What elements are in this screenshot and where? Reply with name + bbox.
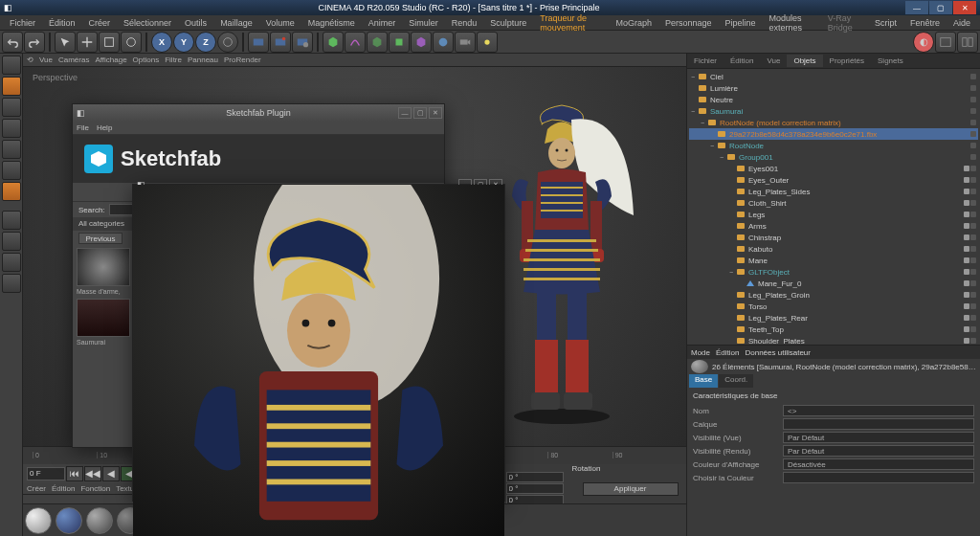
- tree-row[interactable]: −GLTFObject: [689, 266, 978, 278]
- panel-tab[interactable]: Objets: [787, 55, 822, 67]
- tree-row[interactable]: Eyes_Outer: [689, 174, 978, 186]
- material-preview[interactable]: [56, 507, 82, 534]
- point-mode-tool[interactable]: [2, 140, 21, 159]
- menu-item[interactable]: V-Ray Bridge: [822, 11, 867, 34]
- texture-mode-tool[interactable]: [2, 98, 21, 117]
- dialog-close-button[interactable]: ✕: [429, 107, 442, 119]
- panel-tab[interactable]: Édition: [724, 55, 760, 67]
- attribute-manager-menubar[interactable]: ModeÉditionDonnées utilisateur: [687, 346, 980, 359]
- spline-pen-button[interactable]: [345, 32, 366, 53]
- maximize-button[interactable]: ▢: [929, 1, 952, 14]
- tree-row[interactable]: Arms: [689, 220, 978, 232]
- menu-item[interactable]: Traqueur de mouvement: [534, 11, 608, 34]
- tree-row[interactable]: Shoulder_Plates: [689, 335, 978, 345]
- menu-item[interactable]: Animer: [363, 16, 402, 30]
- apply-button[interactable]: Appliquer: [583, 482, 679, 496]
- submenu-item[interactable]: Vue: [39, 56, 53, 64]
- attrib-tab[interactable]: Base: [689, 374, 718, 388]
- menu-item[interactable]: Sculpture: [484, 16, 532, 30]
- attrib-menu-item[interactable]: Données utilisateur: [745, 348, 810, 357]
- tree-row[interactable]: −Saumurai: [689, 105, 978, 117]
- viewport-menubar[interactable]: ⟲VueCamérasAffichageOptionsFiltrePanneau…: [23, 54, 686, 67]
- tree-row[interactable]: −Group001: [689, 151, 978, 163]
- minimize-button[interactable]: —: [905, 1, 928, 14]
- menu-item[interactable]: Simuler: [403, 16, 444, 30]
- tree-row[interactable]: Neutre: [689, 94, 978, 105]
- tree-row[interactable]: Leg_Plates_Sides: [689, 186, 978, 197]
- tree-row[interactable]: Mane_Fur_0: [689, 278, 978, 289]
- redo-button[interactable]: [24, 32, 45, 53]
- prev-key-button[interactable]: ◀◀: [84, 466, 101, 481]
- tree-row[interactable]: Legs: [689, 209, 978, 220]
- menu-item[interactable]: Outils: [179, 16, 212, 30]
- dialog-menubar[interactable]: FileHelp: [73, 122, 444, 135]
- result-thumbnail[interactable]: Saumurai: [77, 299, 134, 346]
- attrib-field[interactable]: <>: [783, 405, 974, 416]
- submenu-item[interactable]: Panneau: [188, 56, 218, 64]
- menu-item[interactable]: Sélectionner: [118, 16, 177, 30]
- layout-picker[interactable]: [957, 32, 978, 53]
- attrib-field[interactable]: Par Défaut: [783, 445, 974, 457]
- attribute-tabs[interactable]: BaseCoord.: [687, 374, 980, 388]
- axis-x-toggle[interactable]: X: [151, 32, 172, 53]
- viewport-solo-tool[interactable]: [2, 232, 21, 251]
- tree-row[interactable]: Lumière: [689, 82, 978, 94]
- object-tree[interactable]: −CielLumièreNeutre−Saumurai−RootNode (mo…: [687, 69, 980, 345]
- result-thumbnail[interactable]: Masse d'arme,: [77, 248, 134, 295]
- tree-row[interactable]: Eyes001: [689, 163, 978, 174]
- tree-row[interactable]: Mane: [689, 255, 978, 266]
- deformer-button[interactable]: [411, 32, 432, 53]
- frame-start-field[interactable]: [27, 467, 65, 480]
- edge-mode-tool[interactable]: [2, 161, 21, 180]
- menu-item[interactable]: Modules externes: [764, 11, 820, 34]
- make-editable-tool[interactable]: [2, 56, 21, 75]
- attrib-tab[interactable]: Coord.: [719, 374, 753, 388]
- wp-lock-tool[interactable]: [2, 274, 21, 293]
- tree-row[interactable]: −RootNode: [689, 140, 978, 151]
- layout-startup[interactable]: [935, 32, 956, 53]
- generator-subdiv-button[interactable]: [367, 32, 388, 53]
- move-tool[interactable]: [77, 32, 98, 53]
- menu-item[interactable]: Volume: [260, 16, 301, 30]
- menu-item[interactable]: Personnage: [659, 16, 718, 30]
- menu-item[interactable]: Édition: [43, 16, 81, 30]
- menu-item[interactable]: MoGraph: [610, 16, 657, 30]
- tree-row[interactable]: Kabuto: [689, 243, 978, 255]
- menu-item[interactable]: Pipeline: [720, 16, 762, 30]
- tree-row[interactable]: Cloth_Shirt: [689, 197, 978, 209]
- submenu-item[interactable]: Édition: [52, 484, 75, 493]
- attrib-field[interactable]: Par Défaut: [783, 432, 974, 443]
- camera-button[interactable]: [455, 32, 476, 53]
- dialog-maximize-button[interactable]: ▢: [413, 107, 427, 119]
- submenu-item[interactable]: ProRender: [224, 56, 261, 64]
- select-tool[interactable]: [55, 32, 76, 53]
- model-mode-tool[interactable]: [2, 77, 21, 96]
- panel-tab[interactable]: Fichier: [687, 55, 724, 67]
- coord-h-input[interactable]: [506, 472, 564, 482]
- dialog-minimize-button[interactable]: —: [398, 107, 412, 119]
- menu-item[interactable]: Maillage: [214, 16, 258, 30]
- attrib-field[interactable]: [783, 472, 974, 483]
- panel-tab[interactable]: Vue: [760, 55, 787, 67]
- light-create-button[interactable]: [477, 32, 498, 53]
- scale-tool[interactable]: [99, 32, 120, 53]
- close-button[interactable]: ✕: [953, 1, 976, 14]
- render-pv-button[interactable]: [270, 32, 291, 53]
- coord-p-input[interactable]: [506, 483, 564, 494]
- tree-row[interactable]: Leg_Plates_Rear: [689, 312, 978, 324]
- snap-tool[interactable]: [2, 253, 21, 272]
- attrib-menu-item[interactable]: Mode: [691, 348, 710, 357]
- goto-start-button[interactable]: ⏮: [66, 466, 83, 481]
- view-nav-icon[interactable]: ⟲: [27, 56, 33, 64]
- menu-item[interactable]: Rendu: [446, 16, 483, 30]
- submenu-item[interactable]: Fonction: [80, 484, 110, 493]
- submenu-item[interactable]: Créer: [27, 484, 46, 493]
- axis-mode-tool[interactable]: [2, 211, 21, 230]
- dialog-menu-item[interactable]: Help: [97, 123, 112, 132]
- axis-world-toggle[interactable]: [217, 32, 238, 53]
- submenu-item[interactable]: Filtre: [165, 56, 182, 64]
- render-view-button[interactable]: [248, 32, 269, 53]
- tree-row[interactable]: Chinstrap: [689, 232, 978, 243]
- attrib-field[interactable]: Désactivée: [783, 458, 974, 470]
- main-menubar[interactable]: FichierÉditionCréerSélectionnerOutilsMai…: [0, 15, 980, 31]
